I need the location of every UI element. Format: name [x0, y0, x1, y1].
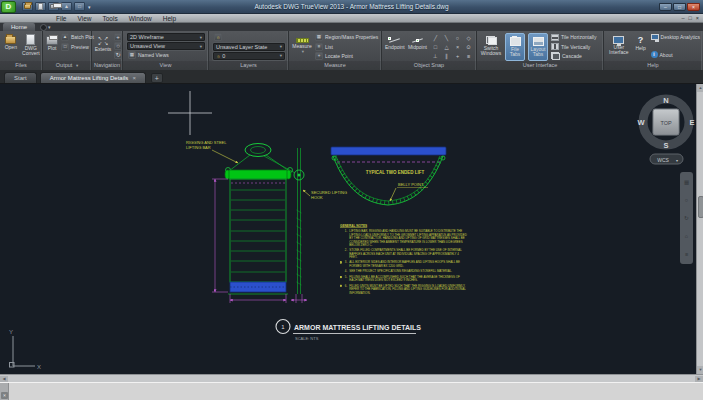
- orbit-button[interactable]: ↻: [114, 51, 122, 59]
- osnap-mode-icon[interactable]: ╲: [441, 33, 452, 42]
- named-views-button[interactable]: ▦ Named Views: [126, 51, 206, 60]
- ribbon-options-icon[interactable]: [40, 24, 47, 31]
- batch-plot-button[interactable]: ▲ Batch Plot: [61, 33, 94, 42]
- vertical-scrollbar[interactable]: ▲ ▼: [696, 84, 703, 374]
- osnap-mode-icon[interactable]: ×: [452, 42, 463, 51]
- doc-minimize-icon[interactable]: –: [681, 14, 684, 23]
- qat-dwg-convert-button[interactable]: [35, 2, 46, 11]
- user-interface-button[interactable]: User Interface: [607, 33, 631, 61]
- scroll-down-icon[interactable]: ▼: [697, 366, 703, 374]
- horizontal-scrollbar[interactable]: ◀ ▶: [0, 374, 703, 382]
- app-logo-icon[interactable]: D: [1, 1, 16, 13]
- menu-help[interactable]: Help: [163, 15, 176, 22]
- menu-file[interactable]: File: [56, 15, 66, 22]
- viewcube-south[interactable]: S: [663, 141, 668, 150]
- plot-button[interactable]: Plot: [46, 33, 58, 61]
- tile-horizontally-label: Tile Horizontally: [561, 34, 596, 40]
- scroll-up-icon[interactable]: ▲: [697, 84, 703, 92]
- list-button[interactable]: ≡ List: [315, 43, 378, 52]
- visual-style-dropdown[interactable]: 2D Wireframe ▾: [127, 33, 205, 41]
- osnap-mode-icon[interactable]: □: [430, 42, 441, 51]
- drawing-canvas[interactable]: RIGGING AND STEEL LIFTING BAR SECURED LI…: [0, 84, 703, 374]
- zoom-button[interactable]: ○: [114, 42, 122, 50]
- viewcube-north[interactable]: N: [663, 96, 668, 105]
- command-line[interactable]: × Regenerating model. Press ENTER to con…: [0, 382, 703, 400]
- preview-button[interactable]: □ Preview: [61, 43, 94, 52]
- vertical-scroll-thumb[interactable]: [698, 196, 703, 218]
- minimize-button[interactable]: –: [659, 3, 672, 11]
- navbar-fullnav-icon[interactable]: ▦: [684, 179, 689, 185]
- scroll-right-icon[interactable]: ▶: [695, 376, 703, 382]
- doc-restore-icon[interactable]: □: [688, 14, 691, 23]
- qat-batch-plot-button[interactable]: ▲: [61, 2, 72, 11]
- tab-close-icon[interactable]: ×: [132, 73, 136, 84]
- detail-scale: SCALE: NTS: [295, 336, 319, 341]
- about-button[interactable]: i About: [651, 51, 700, 60]
- measure-button[interactable]: Measure ▾: [292, 33, 312, 61]
- midpoint-button[interactable]: Midpoint: [408, 33, 427, 61]
- help-button[interactable]: ? Help: [634, 33, 648, 61]
- file-tab-active[interactable]: Armor Mattress Lifting Details ×: [40, 72, 146, 83]
- osnap-mode-icon[interactable]: ≡: [463, 51, 474, 60]
- navigation-bar[interactable]: ▦ ○ ↻ ⌂ ≡: [680, 172, 693, 264]
- panel-view: 2D Wireframe ▾ Unsaved View ▾ ▦ Named Vi…: [123, 31, 209, 70]
- layer-dropdown[interactable]: ☼ 0 ▾: [213, 52, 285, 60]
- osnap-mode-icon[interactable]: ◇: [463, 33, 474, 42]
- ribbon-options-dropdown-icon[interactable]: ▾: [48, 23, 51, 31]
- command-close-icon[interactable]: ×: [1, 392, 8, 399]
- new-tab-button[interactable]: +: [151, 73, 163, 83]
- region-mass-properties-button[interactable]: ▦ Region/Mass Properties: [315, 33, 378, 42]
- osnap-mode-icon[interactable]: △: [441, 42, 452, 51]
- qat-open-button[interactable]: [22, 2, 33, 11]
- file-tabs-toggle[interactable]: File Tabs: [505, 33, 525, 61]
- qat-plot-button[interactable]: [48, 2, 59, 11]
- osnap-mode-icon[interactable]: +: [452, 51, 463, 60]
- doc-close-icon[interactable]: ×: [696, 14, 699, 23]
- osnap-mode-icon[interactable]: ╱: [430, 33, 441, 42]
- viewcube[interactable]: N S W E TOP WCS ▾: [637, 96, 694, 164]
- pan-button[interactable]: +: [114, 33, 122, 41]
- endpoint-button[interactable]: Endpoint: [385, 33, 405, 61]
- viewcube-east[interactable]: E: [689, 118, 694, 127]
- open-button[interactable]: Open: [3, 33, 19, 61]
- tile-horizontally-button[interactable]: Tile Horizontally: [551, 33, 596, 42]
- viewcube-west[interactable]: W: [637, 118, 645, 127]
- zoom-extents-button[interactable]: ↖↗↙↘ Extents: [95, 33, 111, 61]
- navbar-zoom-icon[interactable]: ↻: [684, 215, 689, 221]
- menu-view[interactable]: View: [77, 15, 91, 22]
- endpoint-label: Endpoint: [385, 45, 405, 50]
- osnap-mode-icon[interactable]: ⊥: [430, 51, 441, 60]
- osnap-mode-icon[interactable]: ○: [452, 33, 463, 42]
- qat-preview-button[interactable]: □: [74, 2, 85, 11]
- file-tab-active-label: Armor Mattress Lifting Details: [50, 73, 129, 84]
- maximize-button[interactable]: □: [673, 3, 686, 11]
- layer-properties-button[interactable]: ☼: [214, 33, 222, 41]
- two-ended-lift-label: TYPICAL TWO ENDED LIFT: [366, 170, 425, 175]
- tab-home[interactable]: Home: [3, 23, 35, 31]
- tile-vertically-button[interactable]: Tile Vertically: [551, 43, 596, 52]
- revision-marker-icon: [340, 262, 342, 264]
- general-notes-heading: GENERAL NOTES: [340, 224, 468, 228]
- qat-dropdown-icon[interactable]: ▾: [88, 4, 91, 10]
- close-button[interactable]: ×: [687, 3, 700, 11]
- view-state-dropdown[interactable]: Unsaved View ▾: [127, 42, 205, 50]
- dwg-convert-button[interactable]: DWG Convert: [22, 33, 40, 61]
- menu-window[interactable]: Window: [129, 15, 152, 22]
- midpoint-label: Midpoint: [408, 45, 427, 50]
- scroll-left-icon[interactable]: ◀: [0, 376, 8, 382]
- window-title: Autodesk DWG TrueView 2013 - Armor Mattr…: [0, 3, 703, 10]
- menu-tools[interactable]: Tools: [102, 15, 117, 22]
- cascade-button[interactable]: Cascade: [551, 52, 596, 61]
- osnap-mode-icon[interactable]: ⊙: [463, 42, 474, 51]
- user-interface-label: User Interface: [607, 45, 631, 56]
- navbar-orbit-icon[interactable]: ⌂: [685, 233, 688, 239]
- locate-point-button[interactable]: + Locate Point: [315, 52, 378, 61]
- navbar-pan-icon[interactable]: ○: [685, 197, 688, 203]
- file-tab-start[interactable]: Start: [4, 72, 37, 83]
- layout-tabs-toggle[interactable]: Layout Tabs: [528, 33, 548, 61]
- layer-state-dropdown[interactable]: Unsaved Layer State ▾: [213, 43, 285, 51]
- osnap-mode-icon[interactable]: ∥: [441, 51, 452, 60]
- switch-windows-button[interactable]: Switch Windows: [480, 33, 502, 61]
- navbar-more-icon[interactable]: ≡: [685, 251, 688, 257]
- desktop-analytics-button[interactable]: Desktop Analytics: [651, 33, 700, 42]
